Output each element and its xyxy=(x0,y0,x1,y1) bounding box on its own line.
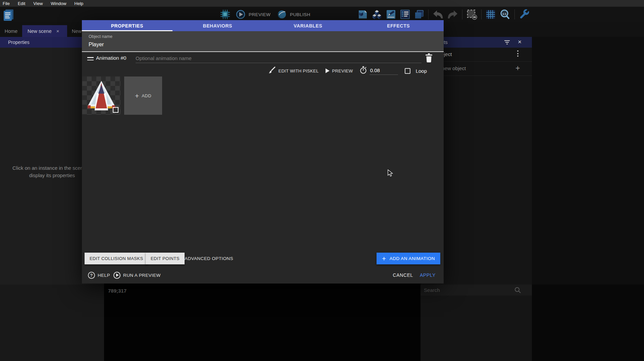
zoom-1to1-icon[interactable]: 1:1 xyxy=(500,9,510,20)
run-a-preview-button[interactable]: RUN A PREVIEW xyxy=(113,270,161,280)
edit-collision-masks-button[interactable]: EDIT COLLISION MASKS xyxy=(85,253,148,264)
bottom-right-empty xyxy=(532,285,644,361)
time-between-frames-input[interactable]: 0.08 xyxy=(369,67,398,75)
add-an-animation-button[interactable]: + ADD AN ANIMATION xyxy=(377,253,440,264)
undo-icon[interactable] xyxy=(433,9,443,19)
publish-globe-icon[interactable] xyxy=(277,10,287,19)
publish-button[interactable]: PUBLISH xyxy=(290,12,310,17)
tab-variables[interactable]: VARIABLES xyxy=(263,20,353,31)
tab-home-label: Home xyxy=(5,29,18,34)
cursor-coordinates: 789;317 xyxy=(108,288,127,294)
app-window: File Edit View Window Help xyxy=(0,0,644,361)
layers-icon[interactable] xyxy=(414,9,424,19)
object-name-card: Object name xyxy=(82,31,444,52)
tab-next-label: New xyxy=(72,29,82,34)
stopwatch-icon xyxy=(360,66,367,75)
objects-panel-close-icon[interactable]: × xyxy=(518,38,522,46)
tab-new-scene[interactable]: New scene × xyxy=(22,25,67,37)
tab-properties[interactable]: PROPERTIES xyxy=(82,20,172,31)
menu-file[interactable]: File xyxy=(3,1,10,6)
open-events-icon[interactable] xyxy=(400,9,410,19)
help-icon: ? xyxy=(88,272,95,279)
menu-window[interactable]: Window xyxy=(51,1,66,6)
add-frame-button[interactable]: + ADD xyxy=(124,76,162,115)
play-icon xyxy=(326,68,330,73)
mouse-cursor xyxy=(388,169,394,178)
left-panel-bottom xyxy=(0,285,104,361)
search-input[interactable] xyxy=(424,285,511,296)
loop-label: Loop xyxy=(416,68,427,74)
animation-frame-thumbnail[interactable] xyxy=(82,76,120,115)
objects-search-area xyxy=(420,285,532,361)
add-frame-plus-icon: + xyxy=(135,92,139,99)
tab-effects[interactable]: EFFECTS xyxy=(353,20,444,31)
menu-edit[interactable]: Edit xyxy=(18,1,25,6)
apply-button[interactable]: APPLY xyxy=(420,270,436,280)
help-label: HELP xyxy=(98,273,110,278)
help-button[interactable]: ? HELP xyxy=(88,270,110,280)
menu-help[interactable]: Help xyxy=(75,1,84,6)
project-manager-icon[interactable] xyxy=(3,9,14,21)
run-preview-icon xyxy=(113,272,120,279)
kebab-menu-icon[interactable] xyxy=(517,50,518,57)
object-name-input[interactable] xyxy=(89,41,324,49)
menu-bar: File Edit View Window Help xyxy=(0,0,644,7)
search-row xyxy=(420,285,532,296)
tab-close-icon[interactable]: × xyxy=(56,29,59,34)
frame-selection-square xyxy=(113,107,118,113)
delete-animation-button[interactable] xyxy=(424,53,434,64)
preview-button[interactable]: PREVIEW xyxy=(249,12,270,17)
edit-scene-icon[interactable] xyxy=(386,9,396,19)
open-scene-icon[interactable] xyxy=(358,9,368,19)
object-name-label: Object name xyxy=(89,34,112,39)
advanced-options-button[interactable]: ADVANCED OPTIONS xyxy=(182,253,236,264)
redo-icon[interactable] xyxy=(447,9,458,19)
tab-behaviors[interactable]: BEHAVIORS xyxy=(172,20,263,31)
right-empty-area xyxy=(532,37,644,285)
properties-panel-title: Properties xyxy=(8,40,30,45)
trash-icon xyxy=(425,53,433,64)
tab-home[interactable]: Home xyxy=(0,25,22,37)
add-animation-plus-icon: + xyxy=(382,255,386,262)
edit-with-piskel-button[interactable]: EDIT WITH PISKEL xyxy=(278,68,318,73)
menu-view[interactable]: View xyxy=(33,1,43,6)
debugger-chip-icon[interactable] xyxy=(220,9,231,20)
animation-name-input[interactable] xyxy=(136,54,422,63)
animation-preview-button[interactable]: PREVIEW xyxy=(332,68,353,73)
svg-text:1:1: 1:1 xyxy=(502,12,506,15)
tab-new-scene-label: New scene xyxy=(28,29,52,34)
object-editor-dialog: PROPERTIES BEHAVIORS VARIABLES EFFECTS O… xyxy=(82,20,444,283)
filter-icon[interactable] xyxy=(504,40,510,46)
edit-points-button[interactable]: EDIT POINTS xyxy=(146,253,185,264)
add-animation-label: ADD AN ANIMATION xyxy=(390,256,435,261)
add-frame-label: ADD xyxy=(142,93,151,98)
add-object-plus-icon[interactable]: + xyxy=(515,64,520,73)
loop-checkbox[interactable] xyxy=(405,68,410,74)
canvas-status-bar: 789;317 xyxy=(104,285,420,361)
animation-title: Animation #0 xyxy=(96,55,126,61)
animation-drag-handle[interactable] xyxy=(87,57,94,62)
open-objects-icon[interactable] xyxy=(372,9,382,19)
dialog-tab-bar: PROPERTIES BEHAVIORS VARIABLES EFFECTS xyxy=(82,20,444,31)
wrench-settings-icon[interactable] xyxy=(519,9,530,20)
animation-controls: EDIT WITH PISKEL PREVIEW 0.08 Loop xyxy=(268,66,427,76)
cancel-button[interactable]: CANCEL xyxy=(393,270,413,280)
preview-play-icon[interactable] xyxy=(236,10,245,19)
grid-icon[interactable] xyxy=(486,9,496,19)
mask-selection-icon[interactable] xyxy=(466,9,477,20)
run-preview-label: RUN A PREVIEW xyxy=(123,273,161,278)
search-icon xyxy=(514,287,521,295)
piskel-brush-icon xyxy=(268,66,276,75)
